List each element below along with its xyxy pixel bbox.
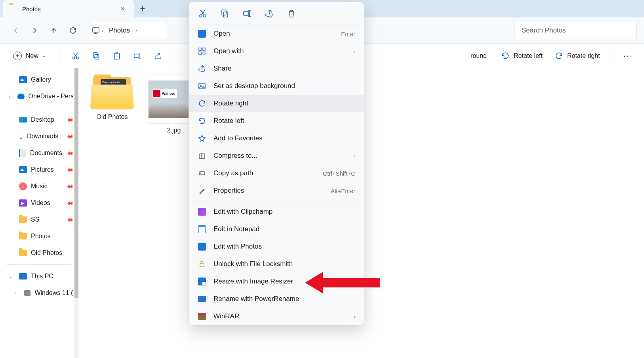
folder-item-old-photos[interactable]: Crunchy foods make a loud noise Old Phot… (86, 75, 138, 121)
svg-rect-0 (93, 28, 99, 32)
sidebar-item-oldphotos[interactable]: Old Photos (2, 245, 76, 261)
share-button[interactable] (149, 48, 167, 64)
resize-icon (198, 277, 206, 286)
scrollbar[interactable] (74, 68, 78, 358)
rename-icon[interactable] (242, 8, 252, 19)
sidebar-item-music[interactable]: ♪Music📌 (2, 178, 76, 195)
chevron-right-icon[interactable]: › (134, 28, 139, 33)
copy-icon[interactable] (220, 8, 230, 19)
videos-icon: ▶ (19, 199, 27, 207)
more-button[interactable]: ··· (619, 48, 637, 63)
svg-rect-4 (93, 52, 97, 57)
share-icon[interactable] (264, 8, 274, 19)
address-bar[interactable]: › Photos › (88, 22, 167, 39)
sidebar-item-downloads[interactable]: ↓Downloads📌 (2, 128, 76, 145)
chevron-down-icon: ⌄ (42, 53, 46, 58)
svg-point-1 (73, 57, 75, 59)
context-rotate-left[interactable]: Rotate left (189, 112, 364, 130)
pin-icon: 📌 (65, 199, 74, 207)
refresh-button[interactable] (64, 22, 82, 39)
sidebar-item-thispc[interactable]: ⌄This PC (2, 268, 76, 285)
documents-icon (19, 149, 26, 157)
separator (189, 201, 364, 201)
item-label: Old Photos (96, 113, 128, 121)
breadcrumb-photos[interactable]: Photos (105, 27, 134, 34)
drive-icon (24, 290, 30, 296)
notepad-icon (198, 225, 206, 234)
context-open[interactable]: Open Enter (189, 25, 364, 42)
context-add-favorites[interactable]: Add to Favorites (189, 130, 364, 147)
chevron-right-icon: › (354, 48, 355, 54)
sidebar-item-pictures[interactable]: Pictures📌 (2, 161, 76, 178)
chevron-right-icon[interactable]: › (15, 291, 20, 295)
pin-icon: 📌 (65, 182, 74, 191)
winrar-icon (198, 312, 206, 321)
photos-app-icon (198, 242, 206, 251)
svg-rect-21 (200, 264, 204, 267)
chevron-right-icon[interactable]: › (9, 94, 13, 99)
scrollbar-handle[interactable] (74, 68, 78, 298)
sidebar-item-photos[interactable]: Photos (2, 228, 76, 245)
sidebar-item-windows11[interactable]: ›Windows 11 (C:) (2, 285, 76, 301)
svg-rect-3 (95, 54, 99, 59)
plus-circle-icon: + (13, 52, 22, 60)
photos-app-icon (198, 29, 206, 38)
up-button[interactable] (45, 22, 63, 39)
new-tab-button[interactable]: + (134, 0, 151, 17)
chevron-right-icon[interactable]: › (100, 28, 105, 33)
separator (7, 108, 71, 108)
context-properties[interactable]: Properties Alt+Enter (189, 182, 364, 199)
rotate-left-icon (501, 52, 510, 60)
chevron-down-icon[interactable]: ⌄ (9, 274, 15, 279)
pin-icon: 📌 (65, 149, 74, 157)
sidebar-item-ss[interactable]: SS📌 (2, 211, 76, 228)
context-copy-path[interactable]: Copy as path Ctrl+Shift+C (189, 165, 364, 182)
rename-button[interactable] (128, 48, 147, 64)
back-button[interactable] (7, 22, 25, 39)
close-tab-button[interactable]: × (117, 3, 128, 14)
unlock-icon (198, 260, 206, 268)
svg-point-15 (203, 52, 205, 54)
context-compress[interactable]: Compress to... › (189, 147, 364, 165)
new-button[interactable]: + New ⌄ (7, 49, 52, 63)
context-rotate-right[interactable]: Rotate right (189, 95, 364, 112)
cut-button[interactable] (67, 48, 85, 64)
forward-button[interactable] (26, 22, 44, 39)
rotate-right-button[interactable]: Rotate right (550, 49, 605, 63)
context-edit-photos[interactable]: Edit with Photos (189, 238, 364, 255)
gallery-icon (19, 76, 27, 83)
desktop-icon (19, 117, 27, 123)
picture-icon (198, 82, 206, 90)
svg-point-2 (76, 57, 79, 59)
separator (59, 50, 59, 62)
context-open-with[interactable]: Open with › (189, 42, 364, 60)
chevron-right-icon: › (354, 153, 355, 159)
sidebar-item-documents[interactable]: Documents📌 (2, 145, 76, 161)
sidebar-item-videos[interactable]: ▶Videos📌 (2, 195, 76, 211)
context-winrar[interactable]: WinRAR › (189, 308, 364, 325)
rotate-left-button[interactable]: Rotate left (496, 49, 547, 63)
context-set-background[interactable]: Set as desktop background (189, 77, 364, 95)
tab-photos[interactable]: Photos × (3, 0, 134, 17)
copy-button[interactable] (87, 48, 105, 64)
item-label: 2.jpg (167, 127, 181, 134)
rotate-right-icon (554, 52, 563, 60)
context-clipchamp[interactable]: Edit with Clipchamp (189, 203, 364, 220)
delete-icon[interactable] (286, 8, 297, 19)
search-input[interactable]: Search Photos (514, 22, 637, 39)
sidebar-item-gallery[interactable]: Gallery (2, 71, 76, 88)
folder-icon (19, 216, 27, 223)
path-icon (198, 169, 206, 178)
svg-rect-11 (222, 10, 226, 15)
context-notepad[interactable]: Edit in Notepad (189, 220, 364, 238)
pin-icon: 📌 (65, 215, 74, 224)
paste-button[interactable] (108, 48, 126, 64)
sidebar-item-onedrive[interactable]: ›OneDrive - Personal (2, 88, 76, 105)
context-share[interactable]: Share (189, 60, 364, 77)
rotate-left-icon (198, 117, 206, 125)
cut-icon[interactable] (198, 8, 208, 19)
folder-icon (19, 250, 27, 256)
folder-icon (10, 5, 17, 13)
sidebar-item-desktop[interactable]: Desktop📌 (2, 111, 76, 128)
background-label-partial[interactable]: round (471, 52, 494, 59)
